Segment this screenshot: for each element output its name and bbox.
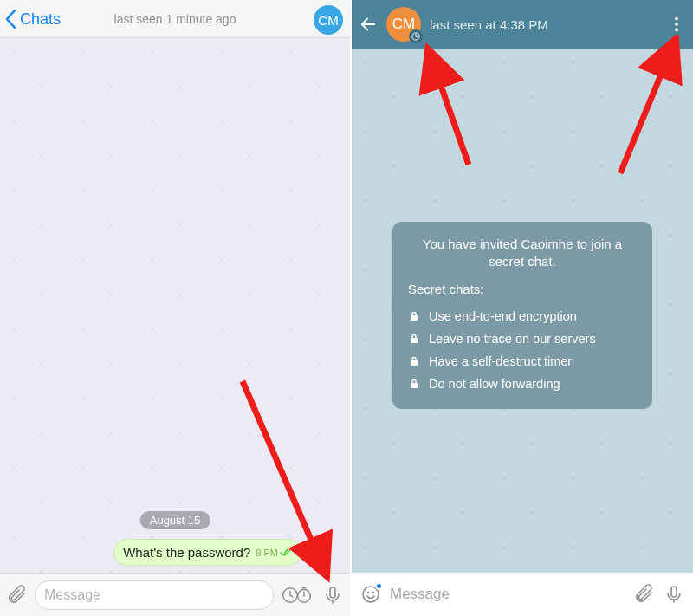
- arrow-left-icon: [359, 15, 378, 34]
- notification-dot: [375, 582, 383, 590]
- ios-header: Chats last seen 1 minute ago CM: [0, 0, 350, 38]
- input-placeholder: Message: [390, 586, 450, 602]
- right-icon-cluster: [281, 584, 343, 606]
- bullet-text: Do not allow forwarding: [429, 377, 560, 391]
- avatar[interactable]: CM: [314, 5, 343, 35]
- mic-icon: [322, 585, 343, 606]
- message-input[interactable]: Message: [35, 580, 274, 610]
- date-separator: August 15: [140, 511, 210, 529]
- bullet-text: Have a self-destruct timer: [429, 354, 572, 368]
- screenshot-wrap: Chats last seen 1 minute ago CM August 1…: [0, 0, 693, 616]
- list-item: Do not allow forwarding: [408, 373, 637, 395]
- input-bar: Message: [352, 573, 693, 616]
- background-pattern: [0, 38, 350, 573]
- message-input[interactable]: Message: [390, 586, 625, 603]
- chat-body: You have invited Caoimhe to join a secre…: [352, 49, 693, 573]
- secret-bullet-list: Use end-to-end encryption Leave no trace…: [408, 305, 637, 395]
- secret-intro: You have invited Caoimhe to join a secre…: [408, 236, 637, 271]
- mic-button[interactable]: [322, 585, 343, 606]
- svg-rect-11: [411, 383, 418, 388]
- bullet-text: Leave no trace on our servers: [429, 332, 596, 346]
- lock-icon: [408, 310, 420, 322]
- svg-rect-2: [330, 587, 335, 598]
- android-header: CM last seen at 4:38 PM: [352, 0, 693, 49]
- outgoing-message[interactable]: What's the password? 9 PM: [113, 539, 301, 566]
- double-check-icon: [280, 548, 292, 557]
- avatar[interactable]: CM: [386, 7, 421, 42]
- svg-rect-10: [411, 360, 418, 366]
- list-item: Leave no trace on our servers: [408, 327, 637, 350]
- svg-rect-15: [671, 587, 677, 597]
- input-bar: Message: [0, 573, 350, 616]
- back-label: Chats: [20, 10, 61, 29]
- emoji-button[interactable]: [360, 584, 381, 605]
- input-placeholder: Message: [44, 587, 100, 603]
- stopwatch-icon: [295, 586, 314, 605]
- chevron-left-icon: [5, 10, 16, 29]
- clock-badge-icon: [411, 32, 420, 41]
- chat-body: August 15 What's the password? 9 PM: [0, 38, 350, 573]
- secret-chat-badge: [409, 29, 423, 43]
- android-chat-pane: CM last seen at 4:38 PM You have invited…: [352, 0, 693, 616]
- svg-point-13: [367, 592, 369, 593]
- last-seen-status: last seen at 4:38 PM: [430, 17, 548, 32]
- message-text: What's the password?: [123, 545, 250, 560]
- attach-button[interactable]: [7, 585, 28, 606]
- secret-heading: Secret chats:: [408, 282, 637, 296]
- last-seen-status: last seen 1 minute ago: [114, 12, 236, 26]
- lock-icon: [408, 378, 420, 390]
- svg-point-6: [675, 23, 678, 26]
- mic-button[interactable]: [664, 584, 684, 605]
- ios-chat-pane: Chats last seen 1 minute ago CM August 1…: [0, 0, 352, 616]
- more-vertical-icon: [667, 15, 686, 34]
- lock-icon: [408, 355, 420, 367]
- message-meta: 9 PM: [256, 548, 292, 558]
- svg-rect-8: [411, 315, 418, 321]
- mic-icon: [664, 584, 684, 605]
- list-item: Use end-to-end encryption: [408, 305, 637, 327]
- lock-icon: [408, 333, 420, 345]
- paperclip-icon: [634, 584, 655, 605]
- timer-button[interactable]: [281, 584, 315, 606]
- menu-button[interactable]: [667, 0, 686, 49]
- svg-point-7: [675, 29, 678, 32]
- bullet-text: Use end-to-end encryption: [429, 309, 577, 323]
- svg-rect-9: [411, 338, 418, 343]
- back-button[interactable]: Chats: [5, 0, 61, 38]
- svg-point-14: [372, 592, 374, 593]
- svg-point-5: [675, 17, 678, 21]
- secret-chat-info: You have invited Caoimhe to join a secre…: [392, 222, 652, 409]
- message-time: 9 PM: [256, 548, 278, 558]
- attach-button[interactable]: [634, 584, 655, 605]
- paperclip-icon: [7, 585, 28, 606]
- list-item: Have a self-destruct timer: [408, 350, 637, 373]
- back-button[interactable]: [359, 15, 378, 34]
